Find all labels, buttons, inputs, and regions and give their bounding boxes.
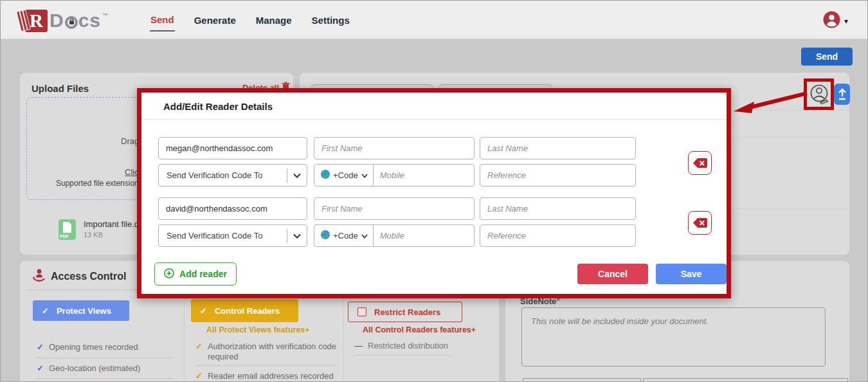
column-divider [343, 293, 344, 382]
trademark-symbol: ™ [102, 12, 108, 19]
reader-email-input[interactable] [158, 197, 307, 220]
control-readers-button[interactable]: ✓ Control Readers [191, 299, 298, 322]
feature-divider [37, 358, 173, 358]
check-icon: ✓ [37, 363, 44, 374]
feature-label: Geo-location (estimated) [49, 363, 140, 374]
sidenote-textarea[interactable] [521, 307, 826, 367]
lock-icon [65, 16, 78, 29]
protect-views-label: Protect Views [57, 306, 111, 316]
check-icon: ✓ [200, 306, 207, 316]
row-divider [734, 137, 848, 138]
nav-tab-send[interactable]: Send [150, 9, 175, 32]
restrict-readers-label: Restrict Readers [374, 307, 440, 317]
reference-input[interactable] [480, 224, 636, 247]
checkbox-icon [357, 307, 366, 316]
add-edit-reader-modal: Add/Edit Reader Details Send Verificatio… [137, 88, 731, 298]
chevron-down-icon [287, 170, 307, 180]
dropdown-caret-icon: ▾ [844, 17, 848, 26]
dropzone-drag-label: Drag [121, 136, 139, 146]
row-divider [734, 208, 848, 209]
chevron-down-icon [287, 231, 307, 241]
bottom-field-right[interactable] [643, 378, 848, 382]
feature-divider [195, 365, 336, 366]
dash-icon: — [354, 341, 363, 351]
send-button[interactable]: Send [801, 48, 853, 66]
rdocs-logo[interactable]: R D cs ™ [19, 6, 108, 35]
feature-label: Reader email addresses recorded [208, 371, 334, 381]
cancel-button[interactable]: Cancel [577, 264, 648, 284]
save-button[interactable]: Save [656, 264, 727, 284]
phone-combo: +Code [314, 164, 475, 186]
avatar-icon [823, 11, 840, 31]
country-code-select[interactable]: +Code [314, 165, 374, 186]
logo-text-cs: cs [78, 10, 101, 32]
modal-title: Add/Edit Reader Details [163, 101, 273, 112]
upload-files-title: Upload Files [32, 83, 89, 94]
country-code-select[interactable]: +Code [314, 225, 374, 246]
feature-item: ✓ Geo-location (estimated) [37, 363, 140, 374]
plus-circle-icon [164, 268, 174, 280]
globe-icon [321, 170, 330, 181]
protect-views-button[interactable]: ✓ Protect Views [33, 300, 129, 321]
column-divider [184, 293, 185, 382]
last-name-input[interactable] [480, 197, 636, 220]
modal-divider [141, 119, 727, 120]
delete-reader-button[interactable] [688, 211, 712, 235]
nav-tab-settings[interactable]: Settings [311, 10, 350, 31]
feature-label: Authorization with verification code req… [208, 341, 345, 362]
add-reader-button[interactable]: Add reader [154, 262, 237, 286]
pages-fan-icon [19, 9, 29, 32]
feature-divider [354, 355, 451, 356]
column-subtitle: All Protect Views features+ [206, 325, 310, 334]
feature-label: Restricted distribution [368, 341, 448, 351]
check-icon: ✓ [195, 371, 203, 381]
chevron-down-icon [361, 231, 368, 241]
main-nav: Send Generate Manage Settings [150, 1, 350, 39]
user-menu[interactable]: ▾ [823, 11, 848, 31]
feature-divider [37, 378, 173, 379]
feature-item: — Restricted distribution [354, 341, 448, 351]
check-icon: ✓ [195, 341, 203, 362]
first-name-input[interactable] [314, 197, 475, 220]
feature-item: ✓ Reader email addresses recorded [195, 371, 334, 381]
logo-text-d: D [50, 10, 64, 32]
feature-item: ✓ Opening times recorded [37, 342, 138, 352]
access-control-title: Access Control [51, 271, 126, 282]
row-divider [734, 110, 848, 111]
phone-combo: +Code [314, 224, 475, 247]
chevron-down-icon [361, 170, 368, 180]
last-name-input[interactable] [480, 137, 636, 159]
restrict-readers-button[interactable]: Restrict Readers [348, 302, 462, 322]
check-icon: ✓ [37, 342, 44, 352]
app-window: R D cs ™ Send Generate Manage Settings ▾ [0, 0, 868, 382]
verification-method-select[interactable]: Send Verification Code To [158, 164, 307, 186]
delete-reader-button[interactable] [688, 151, 712, 175]
bottom-field-left[interactable] [523, 378, 641, 382]
control-readers-label: Control Readers [215, 306, 280, 316]
verification-method-select[interactable]: Send Verification Code To [158, 224, 307, 247]
check-icon: ✓ [42, 306, 49, 316]
app-header: R D cs ™ Send Generate Manage Settings ▾ [1, 1, 868, 39]
feature-item: ✓ Authorization with verification code r… [195, 341, 345, 362]
edit-readers-icon[interactable] [809, 83, 831, 109]
add-reader-label: Add reader [179, 269, 227, 279]
feature-label: Opening times recorded [49, 342, 138, 352]
reader-email-input[interactable] [158, 137, 307, 159]
globe-icon [321, 230, 330, 241]
column-subtitle: All Control Readers features+ [363, 325, 476, 334]
access-control-icon [32, 268, 47, 286]
nav-tab-generate[interactable]: Generate [194, 10, 237, 31]
nav-tab-manage[interactable]: Manage [255, 10, 293, 31]
upload-readers-button[interactable] [834, 84, 850, 105]
first-name-input[interactable] [314, 137, 475, 159]
pdf-file-icon: PDF [59, 219, 76, 240]
reference-input[interactable] [480, 164, 636, 186]
